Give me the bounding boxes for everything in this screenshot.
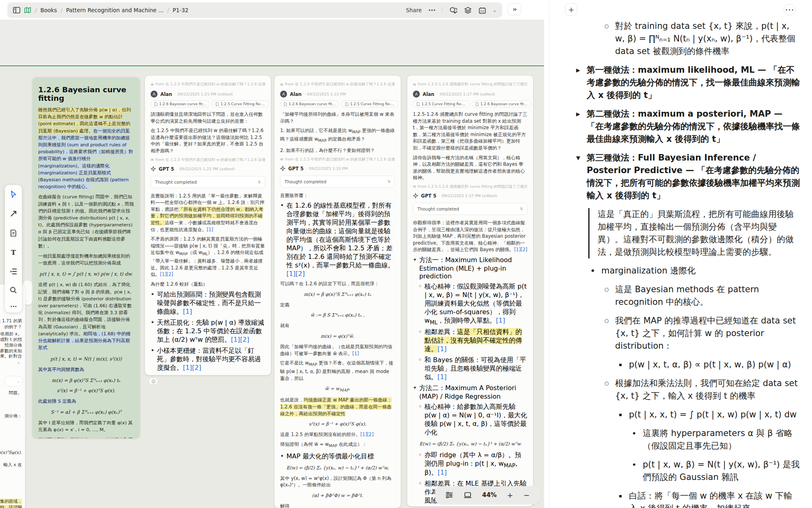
note-tool-icon[interactable]	[10, 229, 17, 237]
doc-formula: p(t | x, x, t) = ∫ p(t | x, w) p(w | x, …	[38, 271, 134, 277]
assistant-name: GPT 5	[159, 166, 174, 172]
expand-icon[interactable]: ⇅	[257, 180, 261, 184]
text-fragment: 依賴於 x。	[0, 331, 22, 337]
bullet-marker[interactable]: ▪	[615, 490, 626, 502]
context-reference[interactable]: from 在 1.2.5 中我們不是已經找到 w 的最佳解了嗎？1.2.6 這邊…	[280, 82, 395, 87]
add-note-button[interactable]: +	[565, 3, 577, 15]
chat-card-partial[interactable]: 想從 1.71 的第的例子？依賴於 x。造成對 t 的預預測分佈參數的未知果。針…	[0, 284, 25, 508]
reference-chip[interactable]: 1.2.5 Curve Fitting Re-...	[212, 100, 268, 107]
cursor-tool-icon[interactable]	[10, 190, 17, 198]
sub-bullet-item: ◦核心精神：假設觀測噪聲為高斯 p(t | x, w, β) = N(t | y…	[413, 282, 527, 326]
thought-completed-box[interactable]: Thought completed⇅	[151, 176, 265, 188]
bullet-marker[interactable]: ▪	[615, 408, 626, 421]
chat-card-1[interactable]: from 在 1.2.5 中我們不是已經找到 w 的最佳解了嗎？1.2.6 這邊…	[145, 76, 271, 375]
context-reference[interactable]: from 在 1.2.5 中我們不是已經找到 w 的最佳解了嗎？1.2.6 這邊…	[151, 82, 265, 87]
more-actions-icon[interactable]	[429, 9, 435, 11]
bullet-marker[interactable]: •	[629, 458, 639, 471]
outline-item[interactable]: ○對於 training data set {x, t} 來說，p(t | x,…	[570, 20, 800, 58]
bullet-marker[interactable]: ○	[601, 20, 612, 32]
thought-completed-box[interactable]: Thought completed⇅	[280, 176, 395, 188]
assistant-paragraph: 其中 y(x, w) = wᵀφ(x)，設計矩陣記為 Φ（第 n 列為 φ(xₙ…	[280, 475, 395, 488]
outline-item[interactable]: ▶第二種做法：maximum a posteriori, MAP — 「在考慮參…	[570, 108, 800, 145]
message-timestamp: · 09/22/2025 1:37 PM (edited)	[437, 92, 495, 96]
chevron-down-icon[interactable]: ⌄	[493, 8, 497, 13]
comments-icon[interactable]	[449, 7, 457, 14]
search-icon[interactable]	[10, 287, 17, 294]
context-reference[interactable]: from 1.2.5-1.2.6 感覺總共對 curve fitting 的問題…	[413, 184, 527, 189]
outline-tool-icon[interactable]	[10, 268, 17, 275]
zoom-out-button[interactable]: −	[523, 491, 529, 499]
more-tools-icon[interactable]	[11, 306, 17, 307]
outline-item[interactable]: ▪白話：將「每一個 w 的機率 x 在該 w 下輸入 x 後得到 t 的機率」加…	[570, 490, 800, 508]
device-preview-icon[interactable]	[464, 492, 472, 498]
bullet-marker[interactable]: •	[629, 427, 639, 440]
breadcrumb-item-book-title[interactable]: Pattern Recognition and Machine ...	[66, 7, 164, 13]
outline-item[interactable]: ▶第一種做法：maximum likelihood, ML — 「在不考慮參數的…	[570, 64, 800, 102]
context-reference[interactable]: from 在 1.2.5 中我們不是已經找到 w 的最佳解了嗎？1.2.6 這邊…	[151, 157, 265, 163]
sub-bullet-item: ◦核心精神：給參數加入高斯先驗 p(w | α) = N(w | 0, α⁻¹I…	[413, 403, 527, 437]
outline-item[interactable]: •這裏將 hyperparameters α 與 β 省略（假設固定且事先已知）	[570, 427, 800, 452]
outline-notes[interactable]: ○對於 training data set {x, t} 來說，p(t | x,…	[570, 14, 800, 508]
bullet-item: •方法一：Maximum Likelihood Estimation (MLE)…	[413, 256, 527, 280]
pdf-excerpt-card[interactable]: 1.2.6 Bayesian curve fitting 雖然我們已經引入了先驗…	[32, 77, 140, 438]
chat-card-2[interactable]: from 在 1.2.5 中我們不是已經找到 w 的最佳解了嗎？1.2.6 這邊…	[274, 76, 401, 508]
reference-chips: 1.2.6 Bayesian curve fit...1.2.5 Curve F…	[280, 100, 395, 107]
chat-card-3[interactable]: from 1.2.5-1.2.6 感覺總共對 curve fitting 的問題…	[407, 76, 533, 506]
bullet-marker[interactable]: ○	[601, 377, 612, 389]
outline-item[interactable]: ○我們在 MAP 的推導過程中已經知道在 data set {x, t} 之下，…	[570, 315, 800, 352]
text-fragment: 輸入 x 改	[3, 462, 22, 468]
expand-icon[interactable]: ⇅	[387, 180, 391, 184]
outline-text: 這是 Bayesian methods 在 pattern recognitio…	[615, 284, 759, 307]
text-fragment: 造成對 t 的預	[0, 337, 22, 343]
text-tool-icon[interactable]: T	[11, 248, 16, 256]
outline-item[interactable]: ○根據加法和乘法法則，我們可知在給定 data set {x, t} 之下，輸入…	[570, 377, 800, 402]
outline-item[interactable]: •marginalization 邊際化	[570, 265, 800, 277]
calendar-icon[interactable]	[479, 7, 486, 14]
zoom-in-button[interactable]: +	[507, 491, 513, 499]
view-settings-icon[interactable]	[445, 492, 453, 498]
assistant-name: GPT 5	[421, 193, 436, 199]
breadcrumb-item-page[interactable]: P1-32	[173, 7, 188, 13]
add-reaction-button[interactable]: ☺	[149, 378, 158, 385]
sidebar-toggle-icon[interactable]	[13, 7, 20, 13]
collapse-panel-button[interactable]: ››	[508, 3, 521, 15]
outline-text: 第三種做法：Full Bayesian Inference / Posterio…	[587, 153, 800, 200]
thought-box-fragment[interactable]: ⌄	[5, 376, 23, 386]
breadcrumb-item-books[interactable]: Books	[41, 7, 57, 13]
outline-text: 第二種做法：maximum a posteriori, MAP — 「在考慮參數…	[587, 109, 800, 144]
reference-chip[interactable]: 1.2.6 Bayesian curve fit...	[280, 100, 339, 107]
zoom-level[interactable]: 44%	[482, 491, 497, 499]
expanded-toggle-icon[interactable]: ▼	[573, 152, 583, 164]
assistant-formula: w̄ := β S Σᴺₙ₌₁ φ(xₙ) tₙ ,	[280, 313, 395, 318]
assistant-formula: E(w) = (β/2) Σₙ {y(xₙ, w) − tₙ}² + (α/2)…	[413, 441, 527, 447]
breadcrumb-separator: /	[60, 7, 63, 13]
outline-item[interactable]: ▼第三種做法：Full Bayesian Inference / Posteri…	[570, 152, 800, 202]
outline-item[interactable]: ○這是 Bayesian methods 在 pattern recogniti…	[570, 283, 800, 308]
outline-item[interactable]: ▪p(t | x, x, t) = ∫ p(t | x, w) p(w | x,…	[570, 408, 800, 421]
outline-text: p(w | x, t, α, β) ∝ p(t | x, w, β) p(w |…	[629, 360, 791, 369]
outline-item[interactable]: ▪p(w | x, t, α, β) ∝ p(t | x, w, β) p(w …	[570, 358, 800, 371]
book-map-icon[interactable]	[24, 7, 31, 13]
outline-item[interactable]: •p(t | x, w, β) = N(t | y(x, w), β⁻¹) 是我…	[570, 458, 800, 484]
context-reference[interactable]: from 在 1.2.5 中我們不是已經找到 w 的最佳解了嗎？1.2.6 這邊…	[280, 157, 395, 162]
layers-icon[interactable]	[464, 7, 472, 14]
message-timestamp: · 09/22/2025 1:25 PM (edited)	[177, 167, 235, 171]
bullet-marker[interactable]: ▪	[615, 358, 626, 371]
reference-chip[interactable]: 1.2.5 Curve Fitting Re-...	[341, 100, 398, 107]
outline-blockquote[interactable]: 這是「真正的」貝葉斯流程，把所有可能曲線用後驗加權平均，直接輸出一個預測分佈（含…	[588, 208, 800, 258]
reference-chip[interactable]: 1.2.5 Curve Fitting Re-...	[413, 100, 469, 107]
reference-chip[interactable]: 1.2.6 Bayesian curve fit...	[472, 100, 531, 107]
bullet-marker[interactable]: ○	[601, 315, 612, 327]
thought-completed-box[interactable]: Thought completed⇅	[413, 203, 527, 215]
context-reference[interactable]: from 1.2.5-1.2.6 感覺總共對 curve fitting 的問題…	[413, 82, 527, 87]
bullet-marker[interactable]: ○	[601, 283, 612, 295]
collapsed-toggle-icon[interactable]: ▶	[573, 108, 583, 120]
collapsed-toggle-icon[interactable]: ▶	[573, 64, 583, 76]
arrow-tool-icon[interactable]	[10, 210, 17, 217]
assistant-header: GPT 5· 09/22/2025 1:33 PM	[280, 166, 395, 172]
share-button[interactable]: Share	[406, 7, 422, 13]
expand-icon[interactable]: ⇅	[520, 207, 523, 211]
panel-more-button[interactable]: •••	[784, 4, 796, 15]
bullet-marker[interactable]: •	[587, 265, 598, 277]
reference-chip[interactable]: 1.2.6 Bayesian curve fit...	[151, 100, 209, 107]
